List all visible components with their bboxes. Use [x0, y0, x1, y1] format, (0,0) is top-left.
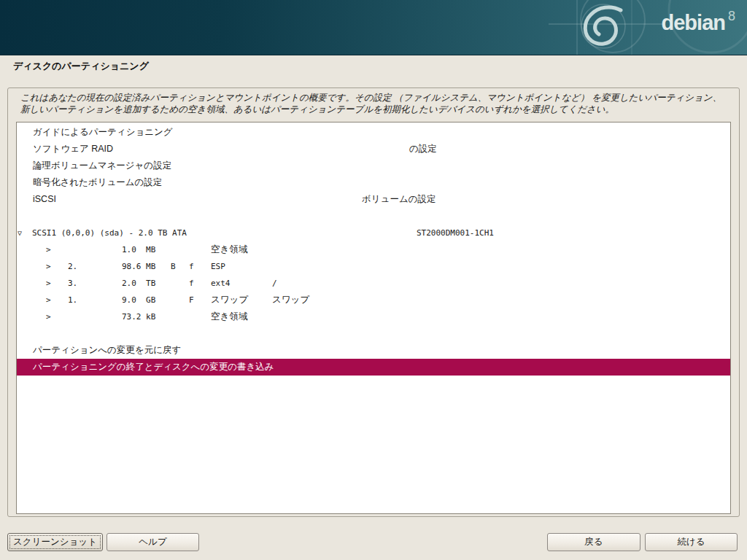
free-space-row-2[interactable]: >73.2 kB空き領域: [17, 308, 730, 325]
header-banner: debian8: [0, 0, 747, 55]
list-cell: 論理ボリュームマネージャの設定: [33, 158, 171, 174]
list-cell: 1.: [68, 292, 77, 308]
list-cell: 98.6 MB: [122, 258, 155, 275]
list-cell: ST2000DM001-1CH1: [417, 225, 494, 241]
disk-sda[interactable]: ▽SCSI1 (0,0,0) (sda) - 2.0 TB ATAST2000D…: [17, 225, 730, 241]
list-cell: iSCSI: [33, 191, 56, 208]
help-button[interactable]: ヘルプ: [107, 533, 199, 551]
list-cell: 73.2 kB: [122, 308, 155, 325]
free-space-row-1[interactable]: >1.0 MB空き領域: [17, 241, 730, 258]
menu-software-raid[interactable]: ソフトウェア RAIDの設定: [17, 141, 730, 158]
continue-button[interactable]: 続ける: [645, 533, 738, 551]
menu-encrypted-volumes[interactable]: 暗号化されたボリュームの設定: [17, 174, 730, 191]
list-cell: ext4: [211, 275, 231, 292]
partition-list: ガイドによるパーティショニングソフトウェア RAIDの設定論理ボリュームマネージ…: [16, 122, 731, 514]
list-cell: 1.0 MB: [122, 241, 155, 258]
list-cell: ESP: [211, 258, 225, 275]
list-cell: ボリュームの設定: [362, 191, 436, 208]
list-cell: 空き領域: [211, 241, 247, 258]
brand-version: 8: [728, 9, 735, 23]
finish-partitioning[interactable]: パーティショニングの終了とディスクへの変更の書き込み: [17, 359, 730, 376]
list-cell: >: [46, 292, 51, 308]
list-cell: >: [46, 258, 51, 275]
list-cell: ▽: [18, 225, 22, 241]
partition-3-ext4[interactable]: >3.2.0 TBfext4/: [17, 275, 730, 292]
list-cell: f: [189, 258, 194, 275]
list-cell: スワップ: [272, 292, 309, 308]
list-cell: ガイドによるパーティショニング: [33, 124, 173, 141]
blank-row: [17, 208, 730, 225]
back-button[interactable]: 戻る: [547, 533, 640, 551]
partition-1-swap[interactable]: >1.9.0 GBFスワップスワップ: [17, 292, 730, 308]
list-cell: >: [46, 275, 51, 292]
screenshot-button[interactable]: スクリーンショット: [7, 533, 103, 551]
list-cell: パーティショニングの終了とディスクへの変更の書き込み: [33, 359, 274, 376]
list-cell: パーティションへの変更を元に戻す: [33, 342, 181, 359]
debian-swirl-logo: [0, 0, 747, 55]
description: これはあなたの現在の設定済みパーティションとマウントポイントの概要です。その設定…: [20, 92, 728, 115]
blank-row: [17, 325, 730, 342]
list-cell: f: [189, 275, 194, 292]
list-cell: の設定: [409, 141, 437, 158]
list-cell: /: [272, 275, 277, 292]
list-cell: B: [171, 258, 176, 275]
list-cell: F: [189, 292, 194, 308]
partition-2-esp[interactable]: >2.98.6 MBBfESP: [17, 258, 730, 275]
brand-text: debian: [662, 11, 725, 34]
list-cell: 9.0 GB: [122, 292, 155, 308]
menu-iscsi[interactable]: iSCSIボリュームの設定: [17, 191, 730, 208]
list-cell: >: [46, 308, 51, 325]
undo-changes[interactable]: パーティションへの変更を元に戻す: [17, 342, 730, 359]
list-cell: SCSI1 (0,0,0) (sda) - 2.0 TB ATA: [32, 225, 187, 241]
page-title: ディスクのパーティショニング: [13, 60, 149, 73]
menu-guided-partitioning[interactable]: ガイドによるパーティショニング: [17, 124, 730, 141]
list-cell: 2.0 TB: [122, 275, 155, 292]
list-cell: >: [46, 241, 51, 258]
debian-wordmark: debian8: [662, 10, 732, 35]
list-cell: 空き領域: [211, 308, 247, 325]
menu-lvm[interactable]: 論理ボリュームマネージャの設定: [17, 158, 730, 174]
list-cell: 暗号化されたボリュームの設定: [33, 174, 162, 191]
list-cell: 2.: [68, 258, 77, 275]
list-cell: 3.: [68, 275, 77, 292]
list-cell: スワップ: [211, 292, 248, 308]
list-cell: ソフトウェア RAID: [33, 141, 113, 158]
